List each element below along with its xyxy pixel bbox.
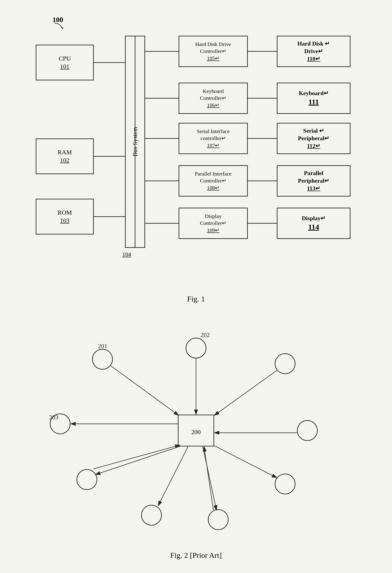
fig1-ref-100: 100 — [53, 16, 67, 31]
fig1-diagram: 100 CPU 101 RAM 102 ROM 103 Bus Syste — [18, 13, 374, 281]
svg-line-37 — [158, 446, 188, 506]
cpu-label: CPU — [59, 54, 71, 63]
svg-line-42 — [214, 446, 277, 478]
svg-line-32 — [111, 366, 178, 415]
ctrl-box-4: Parallel InterfaceController↵ 108↵ — [178, 165, 248, 197]
rom-label: ROM — [58, 209, 72, 217]
svg-text:202: 202 — [200, 331, 210, 338]
ctrl-box-5: DisplayController↵ 109↵ — [178, 208, 248, 239]
svg-point-18 — [92, 349, 112, 369]
svg-point-20 — [186, 338, 206, 358]
dev-box-5: Display↵ 114 — [277, 208, 351, 239]
svg-point-26 — [208, 510, 228, 530]
fig2-svg: 200 201 202 203 — [18, 312, 374, 549]
fig1-caption: Fig. 1 — [18, 295, 374, 303]
rom-ref: 103 — [60, 217, 70, 225]
ctrl-box-3: Serial Interfacecontroller↵ 107↵ — [178, 123, 248, 154]
fig2-caption: Fig. 2 [Prior Art] — [18, 551, 374, 560]
dev-box-3: Serial ↵Peripheral↵ 112↵ — [277, 123, 351, 154]
svg-line-39 — [204, 447, 214, 510]
ram-label: RAM — [58, 148, 72, 156]
svg-point-28 — [275, 354, 295, 374]
svg-text:201: 201 — [98, 342, 107, 349]
ctrl-box-2: KeyboardController↵ 106↵ — [178, 83, 248, 114]
dev-box-2: Keyboard↵ 111 — [277, 83, 351, 114]
svg-point-24 — [77, 470, 97, 490]
svg-line-38 — [203, 446, 216, 510]
svg-line-36 — [93, 445, 180, 469]
dev-box-4: ParallelPeripheral↵ 113↵ — [277, 165, 351, 197]
svg-line-1 — [63, 27, 63, 29]
svg-point-27 — [297, 420, 318, 441]
bus-box: Bus System — [125, 36, 145, 248]
bus-label: Bus System — [131, 127, 139, 157]
svg-line-41 — [214, 371, 277, 415]
cpu-ref: 101 — [60, 63, 70, 71]
ram-box: RAM 102 — [36, 139, 94, 174]
svg-text:203: 203 — [49, 414, 58, 421]
rom-box: ROM 103 — [36, 199, 94, 234]
cpu-box: CPU 101 — [36, 45, 94, 80]
fig2-diagram: 200 201 202 203 — [18, 312, 374, 549]
svg-line-35 — [95, 446, 180, 475]
svg-point-25 — [142, 505, 162, 525]
bus-ref-label: 104 — [122, 251, 131, 258]
page: 100 CPU 101 RAM 102 ROM 103 Bus Syste — [0, 0, 392, 573]
dev-box-1: Hard Disk ↵Drive↵ 110↵ — [277, 36, 351, 67]
svg-point-29 — [275, 474, 295, 494]
ctrl-box-1: Hard Disk DriveController↵ 105↵ — [178, 36, 248, 67]
ram-ref: 102 — [60, 156, 70, 164]
svg-text:200: 200 — [191, 429, 201, 435]
